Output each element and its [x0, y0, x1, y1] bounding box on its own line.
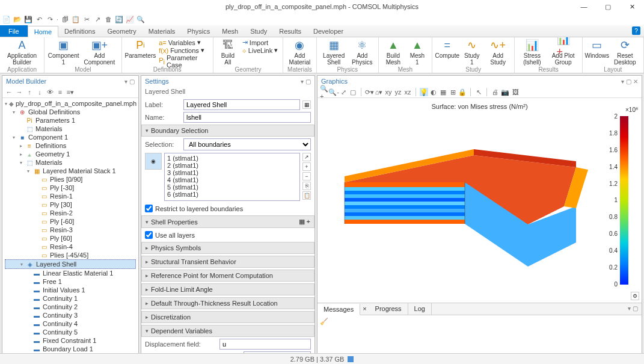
down-icon[interactable]: ↓ [35, 88, 44, 96]
tree-item[interactable]: ▾⊕Global Definitions [5, 108, 136, 116]
tab-results[interactable]: Results [273, 25, 307, 37]
parameters-button[interactable]: PiParameters [126, 39, 156, 59]
section-header[interactable]: Fold-Line Limit Angle [141, 283, 314, 295]
section-header[interactable]: Default Through-Thickness Result Locatio… [141, 297, 314, 309]
disp-field-input[interactable] [219, 339, 311, 350]
grid-icon[interactable]: ⊞ [449, 88, 457, 96]
tree-item[interactable]: ▭Ply [60] [5, 234, 136, 242]
tab-physics[interactable]: Physics [181, 25, 216, 37]
copy-icon[interactable]: ⎘ [302, 182, 311, 190]
tree-item[interactable]: ▭Ply [-60] [5, 217, 136, 226]
tab-log[interactable]: Log [408, 303, 432, 315]
view-xz-icon[interactable]: xz [403, 88, 412, 96]
up-icon[interactable]: ↑ [25, 88, 34, 96]
model-tree[interactable]: ▾◆ply_drop_off_in_a_composite_panel.mph▾… [2, 98, 138, 363]
panel-menu-icon[interactable]: ▾ ▢ [301, 78, 311, 85]
tree-item[interactable]: ▭Resin-2 [5, 209, 136, 217]
close-messages-icon[interactable]: × [360, 303, 369, 315]
add-physics-button[interactable]: ⚛Add Physics [350, 39, 375, 66]
tree-item[interactable]: ▬Fixed Constraint 1 [5, 336, 136, 345]
refresh-icon[interactable]: 🔄 [115, 15, 123, 23]
select-icon[interactable]: ↖ [474, 88, 483, 96]
cut-icon[interactable]: ✂ [82, 15, 91, 23]
name-input[interactable] [183, 112, 311, 123]
tree-item[interactable]: ▾■Component 1 [5, 133, 136, 141]
copy-icon[interactable]: 🗐 [61, 15, 69, 23]
panel-menu-icon[interactable]: ▾ ▢ [624, 303, 642, 315]
tree-item[interactable]: ▾◆ply_drop_off_in_a_composite_panel.mph [5, 99, 136, 108]
tree-item[interactable]: ▬Continuity 2 [5, 303, 136, 311]
tree-item[interactable]: PiParameters 1 [5, 116, 136, 125]
snapshot-icon[interactable]: 📷 [501, 88, 509, 96]
more-icon[interactable]: ≡▾ [66, 88, 75, 96]
filter-icon[interactable]: ≡ [56, 88, 64, 96]
tree-item[interactable]: ▬Continuity 5 [5, 328, 136, 336]
tree-item[interactable]: ⬚Materials [5, 125, 136, 133]
tree-item[interactable]: ▭Plies [-45/45] [5, 251, 136, 259]
tree-item[interactable]: ▸≡Definitions [5, 141, 136, 150]
selection-dropdown[interactable]: All boundaries [183, 138, 311, 150]
new-icon[interactable]: 📄 [2, 15, 11, 23]
zoom-out-icon[interactable]: 🔍- [330, 88, 338, 96]
livelink-button[interactable]: ⟐LiveLink▾ [241, 46, 279, 54]
rotate-icon[interactable]: ⟳▾ [365, 88, 373, 96]
tree-item[interactable]: ▬Free 1 [5, 277, 136, 286]
add-study-button[interactable]: ∿+Add Study [485, 39, 511, 66]
goto-icon[interactable]: ↗ [93, 15, 102, 23]
save-icon[interactable]: 💾 [24, 15, 32, 23]
tree-item[interactable]: ▬Continuity 4 [5, 319, 136, 328]
zoom-extents-icon[interactable]: ⤢ [339, 88, 348, 96]
tree-item[interactable]: ▬Continuity 3 [5, 311, 136, 319]
tree-item[interactable]: ▭Resin-4 [5, 242, 136, 251]
tree-item[interactable]: ▬Boundary Load 1 [5, 345, 136, 353]
view-xy-icon[interactable]: xy [384, 88, 393, 96]
broom-icon[interactable]: 🧹 [320, 318, 328, 325]
build-all-button[interactable]: 🏗Build All [217, 39, 239, 66]
zoom-to-icon[interactable]: ↗ [302, 153, 311, 161]
add-plot-group-button[interactable]: 📊+Add Plot Group [548, 39, 578, 66]
windows-button[interactable]: ▭Windows [586, 39, 608, 59]
section-header[interactable]: Discretization [141, 311, 314, 323]
label-side-button[interactable]: ▦ [302, 100, 311, 109]
section-header[interactable]: Physics Symbols [141, 242, 314, 254]
functions-button[interactable]: f(x)Functions▾ [158, 46, 209, 54]
study-button[interactable]: ∿Study 1 [461, 39, 483, 66]
restrict-checkbox[interactable] [145, 205, 153, 212]
panel-menu-icon[interactable]: ▾ ▢ ✕ [621, 78, 638, 85]
help-icon[interactable]: ? [632, 26, 640, 35]
tree-item[interactable]: ▭Ply [-30] [5, 184, 136, 192]
tab-mesh[interactable]: Mesh [216, 25, 244, 37]
add-component-button[interactable]: ▣+Add Component [81, 39, 117, 66]
find-icon[interactable]: 🔍 [136, 15, 145, 23]
maximize-button[interactable]: ▢ [596, 0, 620, 13]
undo-icon[interactable]: ↶ [35, 15, 43, 23]
tree-item[interactable]: ▭Ply [30] [5, 200, 136, 209]
application-builder-button[interactable]: AApplication Builder [4, 39, 40, 66]
section-header[interactable]: Structural Transient Behavior [141, 256, 314, 268]
view-yz-icon[interactable]: yz [394, 88, 402, 96]
tab-study[interactable]: Study [244, 25, 273, 37]
import-button[interactable]: ⇥Import [241, 39, 279, 46]
plot-icon[interactable]: 📈 [126, 15, 134, 23]
fwd-icon[interactable]: → [15, 88, 23, 96]
tree-item[interactable]: ▬Initial Values 1 [5, 286, 136, 294]
add-material-button[interactable]: ◉Add Material [287, 39, 312, 66]
show-icon[interactable]: 👁 [46, 88, 54, 96]
tree-item[interactable]: ▸⟁Geometry 1 [5, 150, 136, 158]
tree-item[interactable]: ▬Linear Elastic Material 1 [5, 269, 136, 277]
panel-menu-icon[interactable]: ▾ ▢ [124, 78, 135, 85]
tree-item[interactable]: ▾◈Layered Shell [5, 259, 136, 269]
redo-icon[interactable]: ↷ [46, 15, 54, 23]
build-mesh-button[interactable]: ▲Build Mesh [382, 39, 404, 66]
back-icon[interactable]: ← [5, 88, 13, 96]
remove-icon[interactable]: − [302, 172, 311, 180]
compute-button[interactable]: =Compute [436, 39, 459, 59]
tab-materials[interactable]: Materials [143, 25, 182, 37]
tab-file[interactable]: File [0, 25, 28, 37]
image-export-icon[interactable]: 🖼 [511, 88, 520, 96]
paste-icon[interactable]: 📋 [302, 191, 311, 200]
minimize-button[interactable]: — [572, 0, 596, 13]
variables-button[interactable]: a=Variables▾ [158, 39, 209, 46]
graphics-canvas[interactable]: Surface: von Mises stress (N/m²) ×10⁸ [317, 98, 642, 303]
lock-icon[interactable]: 🔒 [458, 88, 467, 96]
